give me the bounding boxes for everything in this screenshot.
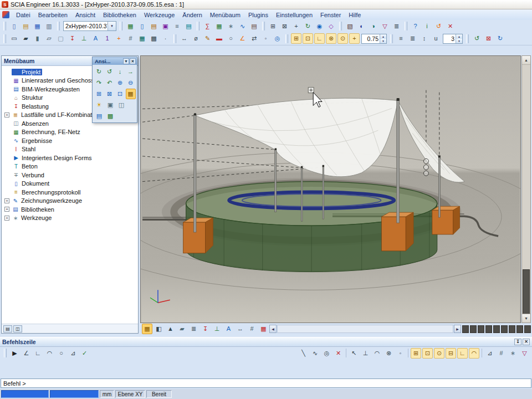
grid-display-icon[interactable]: # [247, 324, 257, 334]
rendered-icon[interactable]: ▮ [32, 33, 43, 44]
snap-mode-grid-icon[interactable]: ⊞ [411, 348, 421, 359]
menu-datei[interactable]: Datei [12, 11, 34, 19]
zoom-all-icon[interactable]: ⊠ [279, 21, 290, 32]
annotate-icon[interactable]: ✎ [202, 33, 213, 44]
results-icon[interactable]: ∿ [237, 21, 248, 32]
scroll-segment[interactable] [485, 325, 492, 333]
solver-setup-icon[interactable]: ∗ [226, 21, 236, 32]
properties-icon[interactable]: ≣ [391, 21, 402, 32]
view-top-icon[interactable]: ↓ [115, 66, 125, 77]
toolbar-grip[interactable] [57, 22, 60, 30]
midpoint-snap-icon[interactable]: ◦ [395, 348, 406, 359]
save-project-icon[interactable]: ▦ [32, 21, 43, 32]
expander-icon[interactable]: + [4, 198, 9, 203]
show-loads-icon[interactable]: ↧ [67, 33, 78, 44]
tree-item[interactable]: TBeton [2, 162, 138, 171]
show-numbers-icon[interactable]: 1 [102, 33, 112, 44]
orbit-right-icon[interactable]: ↷ [94, 78, 104, 88]
units-field[interactable]: mm [100, 390, 114, 398]
scroll-segment[interactable] [462, 325, 469, 333]
refresh-icon[interactable]: ↻ [495, 33, 505, 44]
transparent-icon[interactable]: ▢ [55, 33, 66, 44]
toolbar-grip[interactable] [3, 22, 6, 30]
selection-filter-icon[interactable]: ▽ [380, 21, 390, 32]
tree-item[interactable]: ∓Verbund [2, 171, 138, 180]
orbit-left-icon[interactable]: ↶ [105, 78, 115, 88]
coord-info-icon[interactable]: ◎ [272, 33, 283, 44]
tab-properties-icon[interactable]: ◫ [13, 325, 22, 332]
light-icon[interactable]: ☀ [94, 100, 105, 110]
project-combo[interactable]: 2xHyper-2010.373▼ [63, 21, 116, 31]
snap-settings-icon[interactable]: ∗ [508, 348, 518, 359]
pointer-icon[interactable]: ▶ [9, 348, 20, 359]
show-surfaces-icon[interactable]: ▩ [149, 33, 159, 44]
viewport-canvas[interactable] [140, 55, 521, 323]
units-icon[interactable]: u [431, 33, 441, 44]
pan-icon[interactable]: + [291, 21, 301, 32]
open-project-icon[interactable]: ▤ [21, 21, 31, 32]
snap-endpoint-icon[interactable]: ⊙ [337, 33, 348, 44]
table-editor-icon[interactable]: ▦ [125, 21, 136, 32]
new-line-icon[interactable]: ∠ [21, 348, 32, 359]
scroll-segment[interactable] [478, 325, 484, 333]
scroll-down-icon[interactable]: ▼ [522, 314, 530, 323]
menu-ändern[interactable]: Ändern [178, 11, 206, 19]
snap-mode-edge-icon[interactable]: ⊟ [446, 348, 456, 359]
snap-mode-arc-icon[interactable]: ◠ [469, 348, 479, 359]
paperspace-gallery-icon[interactable]: ▣ [160, 21, 171, 32]
zoom-all-icon[interactable]: ⊠ [105, 89, 115, 99]
visibility-icon[interactable]: ◐ [356, 21, 367, 32]
rotate-ccw-icon[interactable]: ↺ [105, 66, 115, 77]
perpendicular-icon[interactable]: ⊥ [360, 348, 371, 359]
expander-icon[interactable]: + [4, 216, 9, 221]
view-settings-icon[interactable]: ▦ [126, 89, 136, 99]
dimension-lines-icon[interactable]: ↔ [179, 33, 190, 44]
model-data-icon[interactable]: ≣ [188, 324, 199, 334]
hscroll-left-icon[interactable]: ◀ [269, 325, 277, 333]
toolbar-grip[interactable] [405, 22, 407, 30]
tree-item[interactable]: +▤Bibliotheken [2, 205, 138, 214]
tree-item[interactable]: ≡Berechnungsprotokoll [2, 188, 138, 197]
scroll-segment[interactable] [516, 325, 523, 333]
layers-icon[interactable]: ≡ [172, 21, 182, 32]
copy-picture-icon[interactable]: ◫ [116, 100, 127, 110]
cursor-spline-icon[interactable]: ∿ [310, 348, 320, 359]
update-icon[interactable]: ↺ [433, 21, 444, 32]
volumes-icon[interactable]: ▲ [165, 324, 176, 334]
render-mode-icon[interactable]: ▦ [142, 324, 152, 334]
toolbar-grip[interactable] [120, 22, 122, 30]
loads-display-icon[interactable]: ↧ [200, 324, 211, 334]
snap-grid-icon[interactable]: ⊞ [291, 33, 301, 44]
show-axes-icon[interactable]: + [114, 33, 124, 44]
hscroll-track[interactable] [277, 325, 453, 333]
tree-item[interactable]: ▯Dokument [2, 180, 138, 188]
line-weight-icon[interactable]: ≣ [407, 33, 418, 44]
circle-icon[interactable]: ○ [56, 348, 66, 359]
tree-item[interactable]: +✎Zeichnungswerkzeuge [2, 197, 138, 206]
toolbar-grip[interactable] [390, 34, 393, 43]
toolbar-grip[interactable] [339, 22, 342, 30]
fe-mesh-icon[interactable]: ▦ [214, 21, 224, 32]
snapshot-icon[interactable]: ▣ [105, 100, 116, 110]
spinner-arrows[interactable]: ▲▼ [456, 34, 462, 43]
scroll-segment[interactable] [524, 325, 531, 333]
toolbar-grip[interactable] [3, 34, 6, 43]
surfaces-icon[interactable]: ▰ [177, 324, 187, 334]
selection-mode-icon[interactable]: ▽ [519, 348, 530, 359]
menu-hilfe[interactable]: Hilfe [345, 11, 365, 19]
rotate-cw-icon[interactable]: ↻ [94, 66, 104, 77]
snap-mode-node-icon[interactable]: ⊙ [434, 348, 444, 359]
zoom-in-icon[interactable]: ⊕ [115, 78, 125, 88]
menu-plugins[interactable]: Plugins [244, 11, 272, 19]
print-icon[interactable]: ▥ [44, 21, 54, 32]
calculation-icon[interactable]: ∑ [202, 21, 213, 32]
red-line-icon[interactable]: ▬ [214, 33, 224, 44]
command-input[interactable]: Befehl > [1, 378, 531, 388]
tab-menu-tree-icon[interactable]: ▤ [3, 325, 12, 332]
close-service-icon[interactable]: ✕ [445, 21, 456, 32]
chevron-down-icon[interactable]: ▼ [108, 22, 116, 30]
offset-icon[interactable]: ⇄ [249, 33, 259, 44]
pin-icon[interactable]: ↧ [514, 339, 521, 345]
grid-toggle-icon[interactable]: # [496, 348, 507, 359]
hscroll-right-icon[interactable]: ▶ [454, 325, 461, 333]
